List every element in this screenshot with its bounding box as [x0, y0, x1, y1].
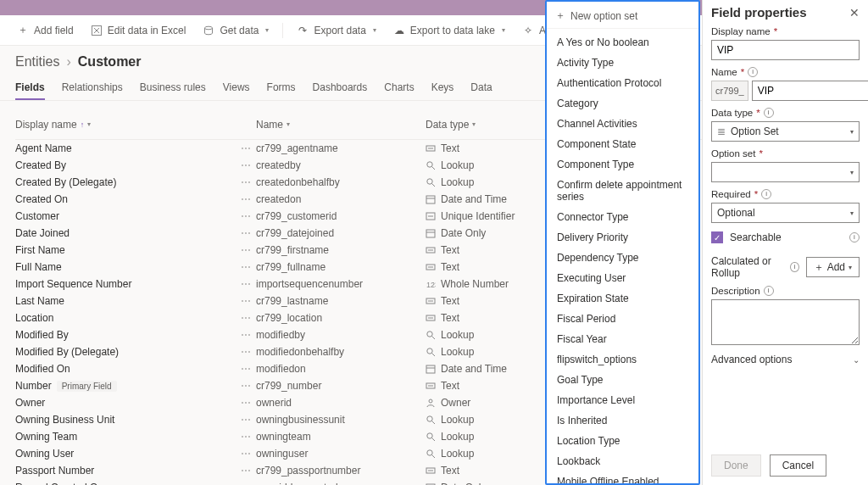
add-field-button[interactable]: ＋ Add field [10, 21, 81, 40]
export-data-button[interactable]: ↷ Export data ▾ [290, 21, 382, 40]
option-set-item[interactable]: Component Type [547, 154, 698, 175]
row-more-icon[interactable]: ⋯ [236, 431, 256, 443]
option-set-item[interactable]: Activity Type [547, 53, 698, 73]
option-set-item[interactable]: Dependency Type [547, 248, 698, 268]
row-more-icon[interactable]: ⋯ [236, 227, 256, 239]
tab-views[interactable]: Views [223, 76, 250, 100]
row-more-icon[interactable]: ⋯ [236, 363, 256, 375]
option-set-item[interactable]: Component State [547, 134, 698, 154]
option-set-label: Option set* [711, 148, 860, 159]
svg-point-23 [427, 332, 432, 337]
name-input[interactable] [752, 81, 868, 101]
export-lake-button[interactable]: ☁ Export to data lake ▾ [387, 21, 512, 40]
cancel-button[interactable]: Cancel [770, 454, 826, 477]
get-data-button[interactable]: Get data ▾ [196, 21, 275, 40]
row-more-icon[interactable]: ⋯ [236, 210, 256, 222]
info-icon[interactable]: i [764, 286, 774, 296]
option-set-item[interactable]: Lookback [547, 451, 698, 471]
option-set-item[interactable]: flipswitch_options [547, 349, 698, 370]
row-more-icon[interactable]: ⋯ [236, 159, 256, 171]
option-set-item[interactable]: Is Inherited [547, 410, 698, 431]
col-display-name[interactable]: Display name ↑ ▾ [15, 119, 236, 131]
option-set-item[interactable]: Mobile Offline Enabled Entities [547, 471, 698, 485]
col-data-type[interactable]: Data type ▾ [426, 119, 561, 131]
row-more-icon[interactable]: ⋯ [236, 244, 256, 256]
row-more-icon[interactable]: ⋯ [236, 346, 256, 358]
option-set-item[interactable]: Goal Type [547, 370, 698, 390]
row-more-icon[interactable]: ⋯ [236, 397, 256, 409]
option-set-item[interactable]: Delivery Priority [547, 227, 698, 248]
row-more-icon[interactable]: ⋯ [236, 329, 256, 341]
row-more-icon[interactable]: ⋯ [236, 295, 256, 307]
text-icon [426, 313, 436, 323]
advanced-options-toggle[interactable]: Advanced options ⌄ [711, 354, 860, 365]
col-name[interactable]: Name ▾ [256, 119, 426, 131]
row-more-icon[interactable]: ⋯ [236, 176, 256, 188]
option-set-item[interactable]: Connector Type [547, 207, 698, 227]
row-more-icon[interactable]: ⋯ [236, 193, 256, 205]
data-type-select[interactable]: ≣ Option Set ▾ [711, 121, 860, 142]
primary-field-badge: Primary Field [57, 381, 117, 392]
row-more-icon[interactable]: ⋯ [236, 312, 256, 324]
row-more-icon[interactable]: ⋯ [236, 482, 256, 485]
row-more-icon[interactable]: ⋯ [236, 142, 256, 154]
option-set-item[interactable]: Confirm delete appointment series [547, 175, 698, 207]
field-display-name: Record Created On [15, 482, 103, 485]
option-set-item[interactable]: Importance Level [547, 390, 698, 410]
required-select[interactable]: Optional ▾ [711, 203, 860, 223]
tab-forms[interactable]: Forms [267, 76, 296, 100]
info-icon[interactable]: i [761, 189, 771, 199]
option-set-item[interactable]: Fiscal Year [547, 329, 698, 349]
option-set-item[interactable]: Executing User [547, 268, 698, 288]
row-more-icon[interactable]: ⋯ [236, 465, 256, 477]
tab-business-rules[interactable]: Business rules [140, 76, 206, 100]
searchable-checkbox[interactable]: ✓ [711, 231, 723, 243]
breadcrumb-root[interactable]: Entities [15, 54, 59, 70]
option-set-item[interactable]: Channel Activities [547, 114, 698, 134]
datetime-icon [426, 194, 436, 204]
row-more-icon[interactable]: ⋯ [236, 414, 256, 426]
row-more-icon[interactable]: ⋯ [236, 261, 256, 273]
info-icon[interactable]: i [790, 262, 798, 272]
done-button[interactable]: Done [711, 454, 761, 477]
option-set-item[interactable]: Expiration State [547, 288, 698, 309]
tab-keys[interactable]: Keys [431, 76, 454, 100]
field-display-name: Full Name [15, 261, 62, 273]
close-icon[interactable]: ✕ [849, 6, 860, 20]
row-more-icon[interactable]: ⋯ [236, 380, 256, 392]
svg-line-7 [432, 184, 436, 187]
field-display-name: Number [15, 380, 52, 392]
option-set-item[interactable]: Category [547, 93, 698, 114]
field-schema-name: cr799_passportnumber [256, 465, 426, 477]
display-name-input[interactable] [711, 40, 860, 60]
new-option-set-button[interactable]: ＋ New option set [547, 5, 698, 29]
info-icon[interactable]: i [748, 67, 758, 77]
tab-data[interactable]: Data [470, 76, 492, 100]
option-set-item[interactable]: Location Type [547, 431, 698, 451]
add-calc-button[interactable]: ＋ Add ▾ [806, 257, 860, 277]
row-more-icon[interactable]: ⋯ [236, 278, 256, 290]
option-set-dropdown[interactable]: ＋ New option set A Yes or No booleanActi… [545, 0, 700, 485]
option-set-item[interactable]: Authentication Protocol [547, 73, 698, 93]
field-display-name: Agent Name [15, 142, 72, 154]
tab-dashboards[interactable]: Dashboards [313, 76, 368, 100]
info-icon[interactable]: i [849, 232, 860, 242]
tab-fields[interactable]: Fields [15, 76, 45, 100]
edit-excel-button[interactable]: Edit data in Excel [84, 21, 193, 40]
chevron-right-icon: › [66, 54, 70, 70]
option-set-item[interactable]: Fiscal Period [547, 309, 698, 329]
row-more-icon[interactable]: ⋯ [236, 448, 256, 460]
option-set-select[interactable]: ▾ [711, 162, 860, 182]
data-type-label: Lookup [441, 329, 474, 341]
name-prefix: cr799_ [711, 81, 748, 101]
data-type-label: Data type* i [711, 108, 860, 118]
field-display-name: Date Joined [15, 227, 70, 239]
info-icon[interactable]: i [764, 108, 774, 118]
description-input[interactable] [711, 299, 860, 345]
field-schema-name: modifiedon [256, 363, 426, 375]
id-icon [426, 211, 436, 221]
option-set-item[interactable]: A Yes or No boolean [547, 32, 698, 53]
excel-icon [91, 25, 103, 36]
tab-relationships[interactable]: Relationships [62, 76, 123, 100]
tab-charts[interactable]: Charts [384, 76, 414, 100]
